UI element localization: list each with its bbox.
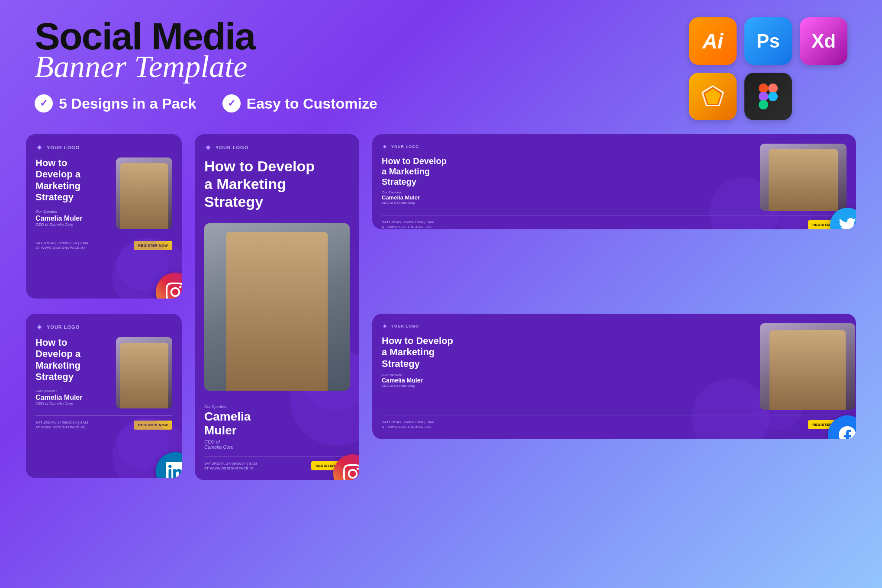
check-icon-1: ✓ [35, 94, 53, 112]
wide-top-speaker-title: CEO of Camelia Corp [382, 201, 753, 205]
wide-bottom-photo [760, 323, 847, 410]
banner-footer-story: SATURDAY, 24/09/2024 | 9AMAT WWW.DESIGNS… [204, 456, 350, 471]
date-text-2: SATURDAY, 24/09/2024 | 9AMAT WWW.DESIGNS… [35, 420, 88, 430]
feature-1-label: 5 Designs in a Pack [59, 95, 196, 112]
wide-top-speaker-label: Our Speaker : [382, 190, 753, 194]
svg-rect-3 [759, 84, 768, 93]
date-text-1: SATURDAY, 24/09/2024 | 9AMAT WWW.DESIGNS… [35, 241, 88, 250]
figma-icon [744, 73, 792, 120]
date-wide-top: SATURDAY, 24/09/2024 | 9AMAT WWW.DESIGNS… [382, 220, 435, 229]
wide-bottom-title: How to Developa MarketingStrategy [382, 335, 753, 370]
speaker-name-1: Camelia Muler [35, 215, 111, 222]
feature-2-label: Easy to Customize [247, 95, 377, 112]
wide-top-title: How to Developa MarketingStrategy [382, 156, 753, 187]
check-icon-2: ✓ [222, 94, 241, 112]
wide-top-speaker-name: Camelia Muler [382, 194, 753, 201]
wide-bottom-speaker-name: Camelia Muler [382, 377, 753, 384]
banner-title-2: How toDevelop aMarketingStrategy [35, 337, 80, 383]
story-title: How to Developa MarketingStrategy [204, 157, 350, 210]
logo-area-1: YOUR LOGO [35, 144, 172, 151]
speaker-label-2: Our Speaker : [35, 389, 111, 393]
logo-text-wide-top: YOUR LOGO [391, 145, 419, 149]
logo-area-wide-bottom: YOUR LOGO [382, 323, 753, 329]
speaker-name-2: Camelia Muler [35, 394, 111, 402]
wide-top-photo [760, 144, 847, 211]
twitter-badge [830, 208, 856, 229]
sketch-icon [689, 73, 737, 120]
story-photo [204, 223, 350, 390]
speaker-title-2: CEO of Camelia Corp [35, 402, 111, 406]
banner-wide-bottom: YOUR LOGO How to Developa MarketingStrat… [372, 314, 856, 439]
logo-area-2: YOUR LOGO [35, 323, 172, 331]
xd-icon: Xd [800, 17, 847, 65]
wide-bottom-speaker-title: CEO of Camelia Corp [382, 384, 753, 388]
logo-text-story: YOUR LOGO [216, 145, 248, 150]
feature-2: ✓ Easy to Customize [222, 94, 377, 112]
logo-text-wide-bottom: YOUR LOGO [391, 324, 419, 328]
banners-area: YOUR LOGO How toDevelop aMarketingStrate… [26, 134, 856, 480]
photoshop-icon: Ps [744, 17, 792, 65]
svg-point-6 [768, 92, 778, 101]
banner-square-1: YOUR LOGO How toDevelop aMarketingStrate… [26, 134, 182, 299]
date-text-story: SATURDAY, 24/09/2024 | 9AMAT WWW.DESIGNS… [204, 461, 257, 471]
svg-rect-5 [759, 92, 768, 101]
date-wide-bottom: SATURDAY, 24/09/2024 | 9AMAT WWW.DESIGNS… [382, 420, 435, 429]
svg-rect-4 [768, 84, 778, 93]
speaker-title-1: CEO of Camelia Corp [35, 222, 111, 227]
logo-area-wide-top: YOUR LOGO [382, 144, 753, 150]
app-icons-grid: Ai Ps Xd [689, 17, 847, 120]
svg-rect-7 [759, 100, 768, 109]
speaker-label-1: Our Speaker : [35, 209, 111, 214]
logo-area-story: YOUR LOGO [204, 144, 350, 151]
banner-story: YOUR LOGO How to Developa MarketingStrat… [195, 134, 359, 480]
banner-wide-top: YOUR LOGO How to Developa MarketingStrat… [372, 134, 856, 229]
banner-square-2: YOUR LOGO How toDevelop aMarketingStrate… [26, 314, 182, 478]
illustrator-icon: Ai [689, 17, 737, 65]
logo-text-2: YOUR LOGO [47, 325, 80, 330]
wide-bottom-speaker-label: Our Speaker : [382, 373, 753, 377]
feature-1: ✓ 5 Designs in a Pack [35, 94, 196, 112]
logo-text-1: YOUR LOGO [47, 145, 80, 150]
banner-title-1: How toDevelop aMarketingStrategy [35, 157, 80, 203]
